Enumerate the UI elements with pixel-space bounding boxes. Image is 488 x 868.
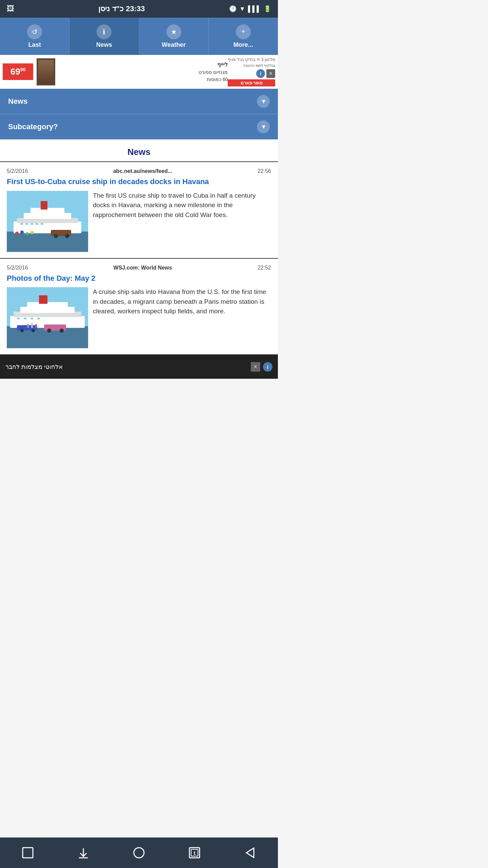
bottom-spacer <box>0 379 278 409</box>
nav-item-news[interactable]: ℹ News <box>69 18 139 55</box>
ad-close-button[interactable]: × <box>266 69 275 78</box>
svg-rect-28 <box>30 318 33 319</box>
news-content-2: A cruise ship sails into Havana from the… <box>7 287 271 348</box>
svg-point-14 <box>26 232 28 235</box>
wifi-icon: ▼ <box>239 5 245 13</box>
subcategory-dropdown-arrow: ▾ <box>257 120 270 133</box>
nav-news-label: News <box>96 41 112 48</box>
news-content-1: The first US cruise ship to travel to Cu… <box>7 191 271 252</box>
svg-rect-27 <box>24 318 26 319</box>
svg-point-34 <box>20 329 24 332</box>
svg-rect-8 <box>25 223 28 225</box>
status-right-icons: 🕐 ▼ ▌▌▌ 🔋 <box>229 5 271 13</box>
svg-rect-1 <box>7 232 88 252</box>
nav-item-more[interactable]: + More... <box>209 18 278 55</box>
nav-more-label: More... <box>233 41 253 48</box>
subcategory-label: Subcategory? <box>8 122 58 131</box>
news-meta-2: 5/2/2016 WSJ.com: World News 22:52 <box>7 265 271 271</box>
news-image-1 <box>7 191 88 252</box>
nav-item-last[interactable]: ↺ Last <box>0 18 69 55</box>
bottom-ad-info-button[interactable]: i <box>263 362 272 372</box>
gallery-icon: 🖼 <box>7 4 14 13</box>
svg-rect-11 <box>41 223 43 225</box>
ad-banner: 6990 ליייף מגנזיום ספורט 60 כמוסות מל'טו… <box>0 55 278 89</box>
last-icon: ↺ <box>27 24 42 39</box>
bottom-ad-banner: i × אלחוטי מצלמות לחבר <box>0 355 278 379</box>
news-headline-2[interactable]: Photos of the Day: May 2 <box>7 274 271 283</box>
news-source-1: abc.net.au/news/feed... <box>113 168 172 174</box>
svg-point-18 <box>65 234 69 238</box>
status-time: 23:33 כ"ד ניסן <box>98 4 145 13</box>
weather-icon: ★ <box>166 24 181 39</box>
news-date-1: 5/2/2016 <box>7 168 28 174</box>
subcategory-dropdown[interactable]: Subcategory? ▾ <box>0 114 278 139</box>
news-headline-1[interactable]: First US-to-Cuba cruise ship in decades … <box>7 177 271 187</box>
svg-rect-38 <box>35 324 37 328</box>
bottom-ad-controls: i × <box>251 362 272 372</box>
svg-point-17 <box>54 234 58 238</box>
battery-icon: 🔋 <box>264 5 271 13</box>
svg-rect-10 <box>36 223 38 225</box>
news-item-2: 5/2/2016 WSJ.com: World News 22:52 Photo… <box>0 259 278 355</box>
svg-point-32 <box>60 329 64 333</box>
signal-icon: ▌▌▌ <box>248 5 261 13</box>
news-category-dropdown[interactable]: News ▾ <box>0 89 278 114</box>
ad-book-image <box>37 58 55 85</box>
svg-rect-29 <box>37 318 40 319</box>
news-item: 5/2/2016 abc.net.au/news/feed... 22:56 F… <box>0 162 278 259</box>
nav-weather-label: Weather <box>162 41 186 48</box>
news-source-2: WSJ.com: World News <box>114 265 172 271</box>
status-bar: 🖼 23:33 כ"ד ניסן 🕐 ▼ ▌▌▌ 🔋 <box>0 0 278 18</box>
svg-rect-25 <box>39 295 47 304</box>
news-date-2: 5/2/2016 <box>7 265 28 271</box>
svg-point-12 <box>15 232 19 235</box>
svg-point-31 <box>47 329 51 333</box>
news-time-1: 22:56 <box>258 168 271 174</box>
news-body-2: A cruise ship sails into Havana from the… <box>93 287 271 348</box>
news-section: News 5/2/2016 abc.net.au/news/feed... 22… <box>0 141 278 355</box>
svg-point-15 <box>30 231 34 234</box>
news-time-2: 22:52 <box>258 265 271 271</box>
nav-item-weather[interactable]: ★ Weather <box>139 18 209 55</box>
news-category-label: News <box>8 97 27 106</box>
category-section: News ▾ Subcategory? ▾ <box>0 89 278 139</box>
news-meta-1: 5/2/2016 abc.net.au/news/feed... 22:56 <box>7 168 271 174</box>
more-icon: + <box>236 24 251 39</box>
svg-point-35 <box>32 329 35 332</box>
svg-rect-37 <box>31 323 33 328</box>
news-section-title: News <box>0 141 278 162</box>
bottom-ad-text: אלחוטי מצלמות לחבר <box>5 363 63 371</box>
bottom-ad-close-button[interactable]: × <box>251 362 260 372</box>
ad-price: 6990 <box>3 63 33 80</box>
nav-last-label: Last <box>28 41 41 48</box>
news-icon: ℹ <box>97 24 111 39</box>
cruise-ship-svg-1 <box>7 191 88 252</box>
ad-brand-logo: סופר-פארם <box>228 79 275 86</box>
svg-rect-26 <box>17 318 20 319</box>
svg-rect-36 <box>27 324 29 328</box>
news-image-2 <box>7 287 88 348</box>
ad-text-content: ליייף מגנזיום ספורט 60 כמוסות <box>59 61 228 83</box>
svg-point-13 <box>20 231 24 234</box>
ad-info-button[interactable]: i <box>256 69 265 78</box>
ad-controls: מל'טון 3 יד בנלקי בכל פניף בנלקיף לתמי ה… <box>228 57 275 86</box>
news-body-1: The first US cruise ship to travel to Cu… <box>93 191 271 252</box>
nav-bar: ↺ Last ℹ News ★ Weather + More... <box>0 18 278 55</box>
svg-rect-7 <box>20 223 23 225</box>
cruise-ship-svg-2 <box>7 287 88 348</box>
svg-rect-6 <box>41 201 47 210</box>
news-dropdown-arrow: ▾ <box>257 95 270 108</box>
alarm-icon: 🕐 <box>229 5 237 13</box>
svg-rect-9 <box>30 223 33 225</box>
